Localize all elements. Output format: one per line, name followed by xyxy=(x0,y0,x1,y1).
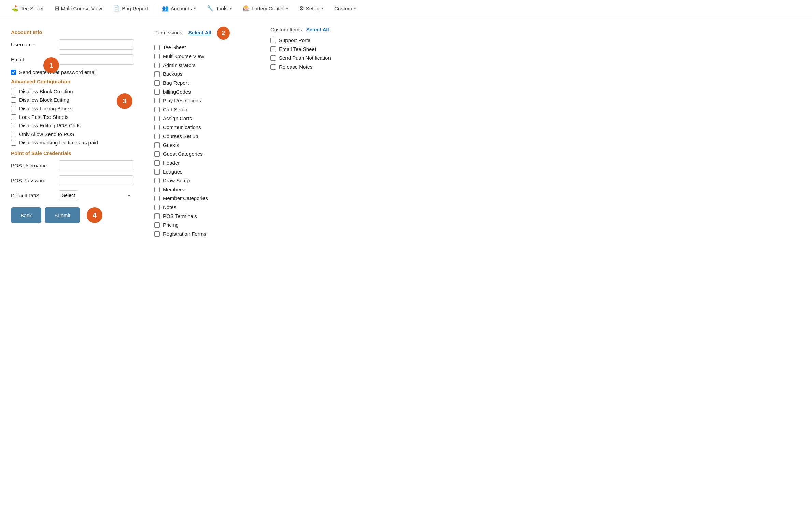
perm-tee-sheet-label: Tee Sheet xyxy=(163,44,186,50)
nav-setup-label: Setup xyxy=(306,5,319,11)
account-info-panel: 1 Account Info Username Email 3 Send cre… xyxy=(11,27,134,223)
adv-item-0: Disallow Block Creation xyxy=(11,88,134,94)
send-password-checkbox[interactable] xyxy=(11,70,16,75)
perm-item-members: Members xyxy=(154,186,250,192)
perm-member-categories-checkbox[interactable] xyxy=(154,196,160,201)
perm-guest-categories-checkbox[interactable] xyxy=(154,151,160,157)
custom-email-tee-sheet-checkbox[interactable] xyxy=(270,46,276,52)
perm-assign-carts-checkbox[interactable] xyxy=(154,116,160,121)
custom-items-header: Custom Items Select All xyxy=(270,27,366,32)
nav-custom[interactable]: Custom ▾ xyxy=(329,0,362,17)
send-password-row: Send create/reset password email xyxy=(11,69,134,75)
lottery-center-icon: 🎰 xyxy=(243,5,250,12)
perm-item-guest-categories: Guest Categories xyxy=(154,151,250,157)
perm-item-registration-forms: Registration Forms xyxy=(154,231,250,237)
nav-lottery-center-label: Lottery Center xyxy=(252,5,284,11)
perm-item-header: Header xyxy=(154,160,250,166)
perm-pricing-checkbox[interactable] xyxy=(154,222,160,228)
perm-backups-label: Backups xyxy=(163,71,183,77)
perm-item-bag-report: Bag Report xyxy=(154,80,250,86)
nav-tools-label: Tools xyxy=(216,5,228,11)
nav-tools[interactable]: 🔧 Tools ▾ xyxy=(201,0,237,17)
pos-password-input[interactable] xyxy=(59,175,134,185)
bag-report-icon: 📄 xyxy=(113,5,120,12)
disallow-block-editing-checkbox[interactable] xyxy=(11,97,16,103)
adv-item-3: Lock Past Tee Sheets xyxy=(11,114,134,120)
perm-bag-report-checkbox[interactable] xyxy=(154,80,160,86)
nav-bag-report[interactable]: 📄 Bag Report xyxy=(108,0,153,17)
nav-tee-sheet[interactable]: ⛳ Tee Sheet xyxy=(6,0,49,17)
perm-play-restrictions-checkbox[interactable] xyxy=(154,98,160,103)
perm-item-assign-carts: Assign Carts xyxy=(154,115,250,121)
nav-multi-course[interactable]: ⊞ Multi Course View xyxy=(49,0,108,17)
perm-header-checkbox[interactable] xyxy=(154,160,160,166)
disallow-editing-pos-chits-checkbox[interactable] xyxy=(11,123,16,128)
nav-setup[interactable]: ⚙ Setup ▾ xyxy=(294,0,329,17)
submit-button[interactable]: Submit xyxy=(45,207,80,223)
email-input[interactable] xyxy=(59,54,134,65)
nav-divider xyxy=(155,4,155,13)
only-allow-send-to-pos-checkbox[interactable] xyxy=(11,132,16,137)
perm-leagues-checkbox[interactable] xyxy=(154,169,160,175)
perm-assign-carts-label: Assign Carts xyxy=(163,115,192,121)
custom-support-portal-label: Support Portal xyxy=(279,37,312,43)
pos-credentials-title: Point of Sale Credentials xyxy=(11,150,134,156)
perm-backups-checkbox[interactable] xyxy=(154,71,160,77)
custom-release-notes-label: Release Notes xyxy=(279,64,312,70)
adv-item-5: Only Allow Send to POS xyxy=(11,131,134,137)
custom-release-notes-checkbox[interactable] xyxy=(270,64,276,70)
perm-notes-checkbox[interactable] xyxy=(154,205,160,210)
accounts-caret-icon: ▾ xyxy=(194,6,196,11)
perm-members-checkbox[interactable] xyxy=(154,187,160,192)
adv-item-1-label: Disallow Block Editing xyxy=(19,97,69,103)
custom-support-portal-checkbox[interactable] xyxy=(270,38,276,43)
perm-item-communications: Communications xyxy=(154,124,250,130)
perm-notes-label: Notes xyxy=(163,204,176,210)
custom-send-push-notification-checkbox[interactable] xyxy=(270,55,276,61)
custom-items-label: Custom Items xyxy=(270,27,302,32)
perm-billing-codes-checkbox[interactable] xyxy=(154,89,160,95)
adv-item-4: Disallow Editing POS Chits xyxy=(11,123,134,128)
nav-lottery-center[interactable]: 🎰 Lottery Center ▾ xyxy=(237,0,294,17)
back-button[interactable]: Back xyxy=(11,207,41,223)
perm-header-label: Header xyxy=(163,160,180,166)
permissions-select-all[interactable]: Select All xyxy=(188,30,211,36)
perm-item-member-categories: Member Categories xyxy=(154,195,250,201)
disallow-marking-tee-times-checkbox[interactable] xyxy=(11,140,16,146)
username-input[interactable] xyxy=(59,39,134,50)
perm-registration-forms-checkbox[interactable] xyxy=(154,231,160,237)
disallow-block-creation-checkbox[interactable] xyxy=(11,89,16,94)
perm-communications-checkbox[interactable] xyxy=(154,125,160,130)
custom-items-select-all[interactable]: Select All xyxy=(306,27,329,32)
send-password-label: Send create/reset password email xyxy=(19,69,97,75)
badge-2: 2 xyxy=(217,27,230,40)
adv-item-4-label: Disallow Editing POS Chits xyxy=(19,123,81,128)
nav-custom-label: Custom xyxy=(334,5,352,11)
perm-item-play-restrictions: Play Restrictions xyxy=(154,98,250,103)
perm-tee-sheet-checkbox[interactable] xyxy=(154,45,160,50)
perm-guests-checkbox[interactable] xyxy=(154,142,160,148)
custom-items-panel: Custom Items Select All Support Portal E… xyxy=(270,27,366,73)
perm-item-pos-terminals: POS Terminals xyxy=(154,213,250,219)
perm-pos-terminals-checkbox[interactable] xyxy=(154,213,160,219)
lock-past-tee-sheets-checkbox[interactable] xyxy=(11,114,16,120)
badge-4: 4 xyxy=(87,207,102,223)
badge-3: 3 xyxy=(117,93,132,109)
lottery-caret-icon: ▾ xyxy=(286,6,288,11)
tools-caret-icon: ▾ xyxy=(230,6,232,11)
default-pos-select[interactable]: Select xyxy=(59,190,78,200)
nav-accounts[interactable]: 👥 Accounts ▾ xyxy=(156,0,201,17)
nav-multi-course-label: Multi Course View xyxy=(61,5,102,11)
perm-multi-course-checkbox[interactable] xyxy=(154,54,160,59)
disallow-linking-blocks-checkbox[interactable] xyxy=(11,106,16,111)
username-row: Username xyxy=(11,39,134,50)
perm-cart-setup-label: Cart Setup xyxy=(163,107,187,112)
perm-administrators-checkbox[interactable] xyxy=(154,63,160,68)
perm-cart-setup-checkbox[interactable] xyxy=(154,107,160,112)
perm-draw-setup-checkbox[interactable] xyxy=(154,178,160,183)
perm-courses-setup-checkbox[interactable] xyxy=(154,134,160,139)
pos-username-input[interactable] xyxy=(59,160,134,170)
default-pos-select-wrapper: Select xyxy=(59,190,134,200)
default-pos-label: Default POS xyxy=(11,193,55,198)
pos-password-row: POS Password xyxy=(11,175,134,185)
